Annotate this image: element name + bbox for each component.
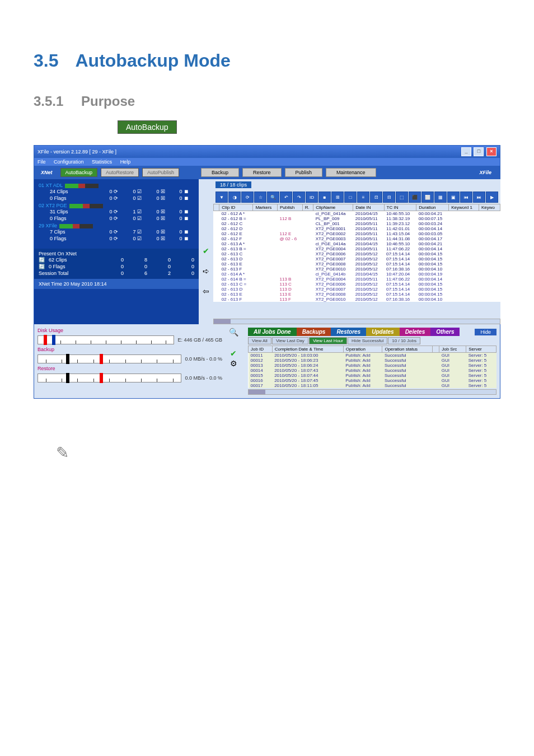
toolbar-icon[interactable]: ⬛ — [409, 192, 421, 203]
job-col[interactable] — [433, 346, 439, 353]
job-row[interactable]: 000152010/05/20 - 18:07:44Publish: AddSu… — [249, 373, 496, 378]
job-row[interactable]: 000132010/05/20 - 18:06:24Publish: AddSu… — [249, 363, 496, 368]
clip-col[interactable]: Markers — [253, 204, 278, 211]
clip-col[interactable]: Date IN — [353, 204, 384, 211]
clip-row[interactable]: 02 - 612 E112 EXT2_PGE00022010/05/1111:4… — [214, 231, 500, 236]
job-col[interactable]: Completion Date & Time — [272, 346, 343, 353]
toolbar-icon[interactable]: ◑ — [228, 192, 241, 203]
tab-updates[interactable]: Updates — [366, 328, 399, 336]
tab-backups[interactable]: Backups — [297, 328, 331, 336]
job-col[interactable]: Operation status — [382, 346, 433, 353]
job-row[interactable]: 000162010/05/20 - 18:07:45Publish: AddSu… — [249, 378, 496, 383]
tab-restores[interactable]: Restores — [331, 328, 366, 336]
toolbar-icon[interactable]: ■ — [318, 192, 331, 203]
h-scrollbar[interactable] — [213, 319, 500, 324]
filter-view-all[interactable]: View All — [248, 337, 271, 344]
job-row[interactable]: 000172010/05/20 - 18:11:05Publish: AddSu… — [249, 383, 496, 388]
toolbar-icon[interactable]: ☆ — [254, 192, 266, 203]
filter-last-day[interactable]: View Last Day — [272, 337, 308, 344]
tab-deletes[interactable]: Deletes — [400, 328, 431, 336]
tab-all-jobs[interactable]: All Jobs Done — [248, 328, 297, 336]
clip-row[interactable]: 02 - 612 F@ 02 - 6XT2_PGE00032010/05/111… — [214, 236, 500, 241]
clip-row[interactable]: 02 - 613 CXT2_PGE00062010/05/1207:15:14.… — [214, 251, 500, 256]
clip-row[interactable]: 02 - 613 DXT2_PGE00072010/05/1207:15:14.… — [214, 256, 500, 262]
toolbar-icon[interactable]: ▣ — [447, 192, 460, 203]
maximize-icon[interactable]: □ — [474, 147, 484, 156]
jobs-scrollbar[interactable] — [248, 389, 496, 395]
toolbar-icon[interactable]: ▼ — [216, 192, 228, 203]
job-col[interactable]: Job Src — [439, 346, 466, 353]
tab-publish[interactable]: Publish — [285, 168, 323, 177]
job-col[interactable]: Operation — [343, 346, 382, 353]
tab-maintenance[interactable]: Maintenance — [326, 168, 376, 177]
arrow-right-icon[interactable]: ➪ — [200, 267, 212, 277]
toolbar-icon[interactable]: □ — [344, 192, 357, 203]
toolbar-icon[interactable]: 🔍 — [267, 192, 279, 203]
toolbar-icon[interactable]: ≡ — [357, 192, 369, 203]
clip-row[interactable]: 02 - 612 CCL_BP_0012010/05/1111:39:23.12… — [214, 221, 500, 226]
clip-row[interactable]: 02 - 613 EXT2_PGE00082010/05/1207:15:14.… — [214, 262, 500, 267]
toolbar-icon[interactable]: ↷ — [293, 192, 305, 203]
clip-row[interactable]: 02 - 613 D113 DXT2_PGE00072010/05/1207:1… — [214, 287, 500, 292]
clip-col[interactable]: Publish — [278, 204, 303, 211]
clip-row[interactable]: 02 - 613 FXT2_PGE00102010/05/1207:16:38.… — [214, 267, 500, 272]
tab-autorestore[interactable]: AutoRestore — [101, 168, 139, 177]
clip-row[interactable]: 02 - 613 E113 EXT2_PGE00082010/05/1207:1… — [214, 292, 500, 297]
tab-autobackup[interactable]: AutoBackup — [60, 168, 98, 177]
clip-col[interactable]: Keyword 1 — [449, 204, 479, 211]
menu-configuration[interactable]: Configuration — [54, 159, 84, 165]
clip-row[interactable]: 02 - 612 A *cl_PGE_0414a2010/04/1510:46:… — [214, 211, 500, 217]
tab-restore[interactable]: Restore — [242, 168, 282, 177]
job-col[interactable]: Server — [466, 346, 496, 353]
toolbar-icon[interactable]: ⟳ — [241, 192, 254, 203]
minimize-icon[interactable]: _ — [461, 147, 471, 156]
clip-row[interactable]: 02 - 612 DXT2_PGE00012010/05/1111:42:01.… — [214, 226, 500, 231]
toolbar-icon[interactable]: ⊞ — [331, 192, 344, 203]
job-row[interactable]: 000122010/05/20 - 18:06:23Publish: AddSu… — [249, 358, 496, 363]
tab-autopublish[interactable]: AutoPublish — [142, 168, 179, 177]
toolbar-icon[interactable]: ⊟ — [383, 192, 395, 203]
clip-col[interactable]: ClipName — [313, 204, 353, 211]
clip-row[interactable]: 02 - 613 B =XT2_PGE00042010/05/1111:47:0… — [214, 246, 500, 251]
toolbar-icon[interactable]: ID — [306, 192, 318, 203]
clip-row[interactable]: 02 - 613 F113 FXT2_PGE00102010/05/1207:1… — [214, 297, 500, 302]
job-row[interactable]: 000112010/05/20 - 18:03:00Publish: AddSu… — [249, 353, 496, 358]
toolbar-icon[interactable]: ▶ — [486, 192, 498, 203]
filter-last-hour[interactable]: View Last Hour — [309, 337, 347, 344]
server-node[interactable]: 01 XT ADL — [39, 183, 194, 188]
server-node[interactable]: 29 XFile — [39, 223, 194, 228]
arrow-left-icon[interactable]: ⇦ — [200, 287, 212, 297]
toolbar-icon[interactable]: ⏭ — [473, 192, 485, 203]
menu-statistics[interactable]: Statistics — [92, 159, 112, 165]
toolbar-icon[interactable]: ⏮ — [460, 192, 472, 203]
clip-col[interactable]: TC IN — [384, 204, 416, 211]
clip-col[interactable]: Keywo — [479, 204, 500, 211]
toolbar-icon[interactable]: ⊡ — [370, 192, 382, 203]
tab-backup[interactable]: Backup — [201, 168, 239, 177]
menu-file[interactable]: File — [38, 159, 46, 165]
check-icon-2[interactable]: ✔ — [228, 349, 239, 359]
toolbar-icon[interactable]: ⬜ — [421, 192, 434, 203]
toolbar-icon[interactable]: ▦ — [434, 192, 447, 203]
job-row[interactable]: 000142010/05/20 - 18:07:43Publish: AddSu… — [249, 368, 496, 373]
magnify-icon[interactable]: 🔍 — [228, 328, 239, 338]
close-icon[interactable]: × — [486, 147, 496, 156]
clip-row[interactable]: 02 - 613 C =113 CXT2_PGE00062010/05/1207… — [214, 282, 500, 287]
clip-col[interactable]: Clip ID — [219, 204, 253, 211]
hide-button[interactable]: Hide — [475, 329, 496, 335]
clip-row[interactable]: 02 - 613 A *cl_PGE_0414a2010/04/1510:46:… — [214, 241, 500, 246]
toolbar-icon[interactable]: ↶ — [280, 192, 292, 203]
tab-others[interactable]: Others — [430, 328, 460, 336]
job-col[interactable]: Job ID — [249, 346, 273, 353]
toolbar-icon[interactable]: ⬚ — [396, 192, 408, 203]
check-icon[interactable]: ✔ — [200, 246, 212, 256]
clip-col[interactable] — [214, 204, 219, 211]
clip-col[interactable]: Duration — [416, 204, 449, 211]
server-node[interactable]: 02 XT2 PGE — [39, 203, 194, 208]
menu-help[interactable]: Help — [120, 159, 131, 165]
clip-col[interactable]: R. — [302, 204, 313, 211]
clip-row[interactable]: 02 - 614 B =113 BXT2_PGE00042010/05/1111… — [214, 277, 500, 282]
titlebar[interactable]: XFile - version 2.12.89 [ 29 - XFile ] _… — [34, 146, 500, 158]
gear-icon[interactable]: ⚙ — [228, 359, 239, 369]
clip-row[interactable]: 02 - 612 B =112 BPL_BP_0092010/05/1111:3… — [214, 216, 500, 221]
